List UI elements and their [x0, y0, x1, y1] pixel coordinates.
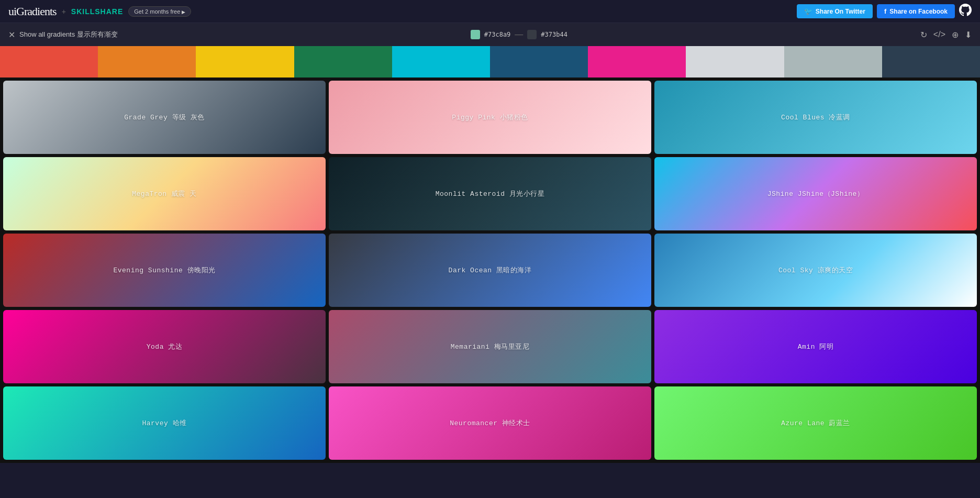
color-separator: —: [515, 30, 523, 39]
gradient-card[interactable]: Azure Lane 蔚蓝兰: [654, 386, 977, 460]
gradient-card-label: MegaTron 威震 天: [132, 189, 197, 198]
code-icon[interactable]: </>: [933, 30, 945, 39]
facebook-icon: f: [884, 7, 886, 15]
gradient-card[interactable]: Cool Blues 冷蓝调: [654, 81, 977, 154]
download-icon[interactable]: ⬇: [965, 30, 972, 40]
gradient-grid: Grade Grey 等级 灰色Piggy Pink 小猪粉色Cool Blue…: [0, 78, 980, 463]
gradient-card[interactable]: Memariani 梅马里亚尼: [329, 310, 651, 383]
show-all-label[interactable]: Show all gradients 显示所有渐变: [19, 30, 118, 39]
add-icon[interactable]: ⊕: [952, 30, 959, 40]
gradient-card[interactable]: Moonlit Asteroid 月光小行星: [329, 157, 651, 230]
color-filter-orange[interactable]: [98, 46, 196, 78]
gradient-card[interactable]: Neuromancer 神经术士: [329, 386, 651, 460]
filter-center: #73c8a9 — #373b44: [471, 30, 567, 39]
gradient-card-label: Yoda 尤达: [147, 342, 183, 351]
filter-left: ✕ Show all gradients 显示所有渐变: [8, 30, 118, 40]
github-icon: [959, 4, 972, 16]
twitter-btn-label: Share On Twitter: [816, 8, 865, 15]
color-filter-cyan[interactable]: [392, 46, 490, 78]
nav-left: uiGradients + SKILLSHARE Get 2 months fr…: [8, 5, 191, 18]
gradient-card[interactable]: JShine JShine（JShine）: [654, 157, 977, 230]
gradient-card[interactable]: Grade Grey 等级 灰色: [3, 81, 326, 154]
gradient-card[interactable]: Dark Ocean 黑暗的海洋: [329, 234, 651, 307]
gradient-card-label: Moonlit Asteroid 月光小行星: [436, 189, 545, 198]
gradient-card[interactable]: Cool Sky 凉爽的天空: [654, 234, 977, 307]
gradient-card-label: Evening Sunshine 傍晚阳光: [113, 265, 215, 275]
nav-right: 🐦 Share On Twitter f Share on Facebook: [797, 4, 972, 19]
github-button[interactable]: [959, 4, 972, 19]
logo: uiGradients: [8, 5, 57, 18]
gradient-card[interactable]: Evening Sunshine 傍晚阳光: [3, 234, 326, 307]
color-filter-pink[interactable]: [588, 46, 686, 78]
gradient-card-label: Cool Blues 冷蓝调: [781, 113, 850, 122]
gradient-card[interactable]: Yoda 尤达: [3, 310, 326, 383]
twitter-share-button[interactable]: 🐦 Share On Twitter: [797, 4, 873, 18]
gradient-card-label: Piggy Pink 小猪粉色: [452, 113, 528, 122]
gradient-card[interactable]: Piggy Pink 小猪粉色: [329, 81, 651, 154]
plus-separator: +: [62, 7, 66, 16]
color-filter-blue[interactable]: [490, 46, 588, 78]
promo-badge[interactable]: Get 2 months free: [128, 6, 191, 17]
gradient-card-label: JShine JShine（JShine）: [767, 189, 864, 198]
color1-swatch: [471, 30, 480, 39]
filter-bar: ✕ Show all gradients 显示所有渐变 #73c8a9 — #3…: [0, 23, 980, 46]
close-icon[interactable]: ✕: [8, 30, 15, 40]
color-filter-gray[interactable]: [784, 46, 882, 78]
gradient-card[interactable]: Amin 阿明: [654, 310, 977, 383]
color-filter-red[interactable]: [0, 46, 98, 78]
color-filter-row: [0, 46, 980, 78]
gradient-card-label: Cool Sky 凉爽的天空: [778, 265, 853, 275]
gradient-card[interactable]: Harvey 哈维: [3, 386, 326, 460]
color-filter-dark[interactable]: [882, 46, 980, 78]
color2-swatch: [527, 30, 537, 39]
color-filter-green[interactable]: [294, 46, 392, 78]
gradient-card-label: Grade Grey 等级 灰色: [124, 113, 205, 122]
top-navigation: uiGradients + SKILLSHARE Get 2 months fr…: [0, 0, 980, 23]
color-filter-light-gray[interactable]: [686, 46, 784, 78]
gradient-card-label: Amin 阿明: [798, 342, 834, 351]
skillshare-brand: SKILLSHARE: [71, 7, 123, 16]
facebook-btn-label: Share on Facebook: [889, 8, 948, 15]
facebook-share-button[interactable]: f Share on Facebook: [877, 4, 955, 18]
color2-hex: #373b44: [541, 31, 567, 38]
gradient-card-label: Neuromancer 神经术士: [450, 418, 530, 428]
gradient-card-label: Azure Lane 蔚蓝兰: [781, 418, 850, 428]
filter-right: ↻ </> ⊕ ⬇: [920, 30, 972, 40]
gradient-card-label: Dark Ocean 黑暗的海洋: [449, 265, 532, 275]
refresh-icon[interactable]: ↻: [920, 30, 927, 40]
gradient-card-label: Memariani 梅马里亚尼: [451, 342, 530, 351]
gradient-card-label: Harvey 哈维: [142, 418, 186, 428]
color1-hex: #73c8a9: [484, 31, 511, 38]
twitter-icon: 🐦: [804, 7, 812, 15]
color-filter-yellow[interactable]: [196, 46, 294, 78]
gradient-card[interactable]: MegaTron 威震 天: [3, 157, 326, 230]
